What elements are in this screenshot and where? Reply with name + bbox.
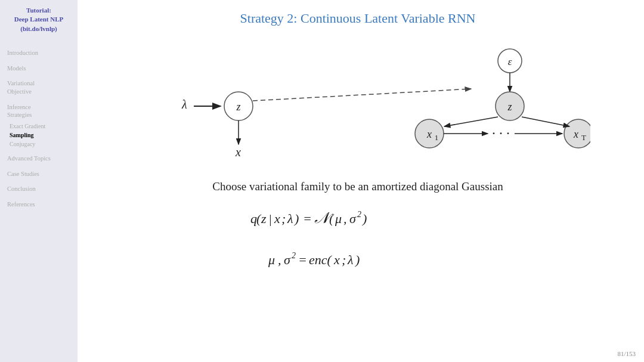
math-formula-2: μ , σ 2 = enc( x ; λ ) bbox=[262, 245, 453, 274]
svg-text:ε: ε bbox=[508, 56, 512, 67]
svg-text:=: = bbox=[298, 252, 307, 267]
sidebar-sub-conjugacy[interactable]: Conjugacy bbox=[5, 140, 73, 148]
diagram-area: λ z x ε z x 1 · · · bbox=[89, 32, 626, 169]
sidebar-sub-exact-gradient[interactable]: Exact Gradient bbox=[5, 122, 73, 131]
svg-text:): ) bbox=[361, 211, 367, 226]
sidebar-title: Tutorial: Deep Latent NLP (bit.do/lvnlp) bbox=[5, 6, 73, 33]
svg-text:z: z bbox=[236, 101, 240, 113]
svg-text:,: , bbox=[278, 252, 281, 267]
sidebar-item-references[interactable]: References bbox=[5, 198, 73, 211]
svg-text:(: ( bbox=[329, 211, 335, 226]
svg-text:|: | bbox=[268, 211, 272, 226]
svg-text:x: x bbox=[426, 128, 432, 140]
sidebar-title-line1: Tutorial: bbox=[26, 7, 51, 14]
sidebar-title-line2: Deep Latent NLP bbox=[14, 16, 64, 23]
sidebar-item-advanced-topics[interactable]: Advanced Topics bbox=[5, 152, 73, 165]
svg-text:T: T bbox=[581, 133, 586, 142]
svg-text:enc(: enc( bbox=[309, 252, 333, 267]
svg-text:): ) bbox=[293, 211, 299, 226]
sidebar-item-variational-objective[interactable]: VariationalObjective bbox=[5, 77, 73, 98]
svg-text:;: ; bbox=[342, 252, 346, 267]
svg-line-6 bbox=[253, 89, 471, 101]
svg-text:): ) bbox=[354, 252, 360, 267]
sidebar-item-case-studies[interactable]: Case Studies bbox=[5, 168, 73, 181]
svg-line-19 bbox=[444, 117, 498, 126]
svg-text:1: 1 bbox=[435, 133, 439, 142]
sidebar-item-models[interactable]: Models bbox=[5, 62, 73, 75]
page-number: 81/153 bbox=[617, 350, 636, 357]
slide-description: Choose variational family to be an amort… bbox=[212, 180, 503, 193]
svg-text:· · ·: · · · bbox=[492, 125, 510, 141]
svg-text:2: 2 bbox=[292, 251, 296, 260]
diagram-svg: λ z x ε z x 1 · · · bbox=[125, 32, 590, 169]
svg-text:;: ; bbox=[281, 211, 286, 226]
slide-title: Strategy 2: Continuous Latent Variable R… bbox=[240, 11, 476, 26]
math-formula-1: q ( z | x ; λ ) = 𝒩 ( μ , σ 2 ) bbox=[244, 204, 471, 233]
svg-text:μ: μ bbox=[268, 252, 275, 267]
sidebar-item-inference-strategies[interactable]: InferenceStrategies bbox=[5, 101, 73, 122]
sidebar-sub-sampling[interactable]: Sampling bbox=[5, 131, 73, 140]
svg-text:λ: λ bbox=[287, 211, 293, 226]
svg-text:z: z bbox=[507, 101, 512, 113]
sidebar-title-line3: (bit.do/lvnlp) bbox=[20, 25, 57, 32]
main-content: Strategy 2: Continuous Latent Variable R… bbox=[78, 0, 644, 362]
svg-text:σ: σ bbox=[349, 211, 357, 226]
svg-text:x: x bbox=[274, 211, 280, 226]
svg-text:x: x bbox=[235, 146, 241, 159]
svg-text:,: , bbox=[343, 211, 347, 226]
svg-text:μ: μ bbox=[335, 211, 342, 226]
svg-text:x: x bbox=[333, 252, 340, 267]
svg-line-20 bbox=[522, 117, 569, 126]
svg-text:=: = bbox=[303, 211, 312, 226]
svg-text:σ: σ bbox=[284, 252, 291, 267]
svg-text:λ: λ bbox=[181, 98, 187, 111]
svg-text:x: x bbox=[573, 128, 578, 140]
svg-text:z: z bbox=[261, 211, 267, 226]
svg-text:2: 2 bbox=[357, 210, 361, 219]
sidebar-item-introduction[interactable]: Introduction bbox=[5, 47, 73, 60]
sidebar-item-conclusion[interactable]: Conclusion bbox=[5, 182, 73, 196]
sidebar: Tutorial: Deep Latent NLP (bit.do/lvnlp)… bbox=[0, 0, 78, 362]
svg-text:λ: λ bbox=[347, 252, 354, 267]
